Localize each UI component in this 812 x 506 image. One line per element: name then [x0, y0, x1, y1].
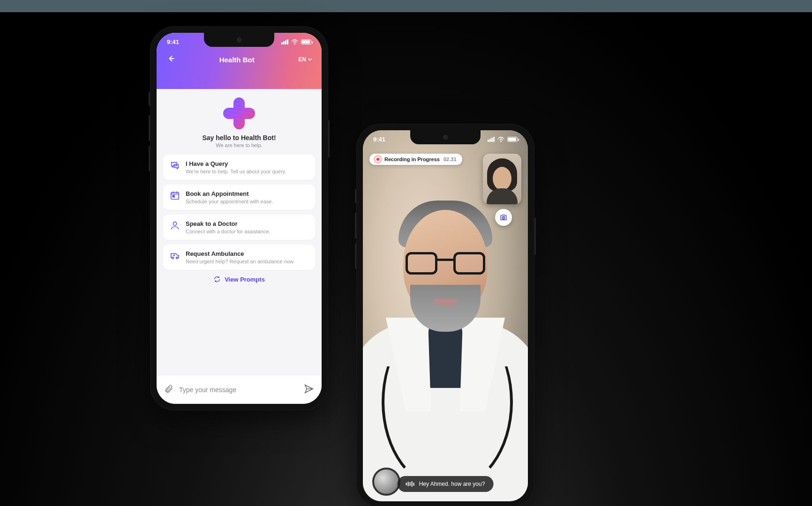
person-icon	[170, 220, 180, 231]
phone-mute-switch	[355, 189, 356, 203]
prompt-cards: I Have a Query We're here to help. Tell …	[157, 155, 322, 270]
wifi-icon	[497, 137, 504, 142]
recording-time: 02.31	[444, 156, 457, 162]
card-subtitle: Schedule your appointment with ease.	[186, 199, 308, 204]
recording-label: Recording in Progress	[384, 156, 440, 162]
switch-camera-button[interactable]	[495, 209, 512, 226]
status-time: 9:41	[373, 136, 385, 143]
phone-volume-up	[149, 115, 150, 141]
card-title: Book an Appointment	[186, 190, 308, 197]
card-subtitle: Need urgent help? Request an ambulance n…	[186, 259, 308, 264]
view-prompts-label: View Prompts	[225, 276, 265, 283]
calendar-icon	[170, 190, 180, 201]
wifi-icon	[291, 39, 298, 45]
phone-videocall: 9:41 Recording in Progress 02.31 Hey Ahm…	[356, 124, 534, 506]
health-plus-icon	[223, 97, 255, 129]
camera-icon	[499, 213, 508, 222]
status-icons	[281, 39, 311, 45]
phone-volume-down	[149, 146, 150, 171]
attachment-button[interactable]	[164, 384, 173, 395]
phone-mute-switch	[149, 92, 150, 106]
chevron-down-icon	[308, 57, 312, 62]
card-subtitle: We're here to help. Tell us about your q…	[186, 169, 308, 174]
card-appointment[interactable]: Book an Appointment Schedule your appoin…	[163, 185, 315, 210]
card-query[interactable]: I Have a Query We're here to help. Tell …	[163, 155, 315, 180]
audio-wave-icon	[406, 481, 414, 487]
back-button[interactable]	[166, 54, 175, 65]
view-prompts-button[interactable]: View Prompts	[157, 275, 322, 283]
language-selector[interactable]: EN	[298, 56, 312, 63]
status-bar: 9:41	[373, 136, 518, 143]
page-title: Health Bot	[219, 56, 255, 64]
page-top-bar	[0, 0, 812, 12]
self-video	[483, 154, 521, 204]
body: Say hello to Health Bot! We are here to …	[157, 89, 322, 375]
message-input[interactable]	[179, 386, 298, 394]
battery-icon	[507, 137, 518, 142]
record-icon	[375, 156, 381, 162]
svg-point-2	[173, 222, 176, 225]
card-title: Speak to a Doctor	[186, 220, 308, 227]
card-doctor[interactable]: Speak to a Doctor Connect with a doctor …	[163, 215, 315, 240]
status-time: 9:41	[167, 38, 179, 45]
hero-title: Say hello to Health Bot!	[166, 134, 312, 141]
self-video-pip[interactable]	[483, 154, 521, 204]
status-icons	[488, 136, 518, 143]
phone-healthbot: 9:41 Health Bot EN	[150, 26, 328, 410]
battery-icon	[301, 39, 311, 45]
ambulance-icon	[170, 250, 180, 260]
paperclip-icon	[164, 384, 173, 394]
chat-icon	[170, 160, 180, 171]
refresh-icon	[213, 275, 221, 283]
svg-point-4	[176, 257, 178, 259]
message-input-bar	[157, 375, 322, 404]
card-title: Request Ambulance	[186, 250, 308, 257]
caption-text: Hey Ahmed. how are you?	[419, 481, 485, 487]
phone-power-button	[534, 217, 536, 255]
card-title: I Have a Query	[186, 160, 308, 167]
signal-icon	[281, 39, 288, 45]
caption-bubble: Hey Ahmed. how are you?	[398, 476, 494, 492]
phone-volume-up	[355, 213, 356, 238]
phone-volume-down	[355, 243, 356, 269]
svg-rect-1	[173, 195, 174, 197]
phone-notch	[204, 33, 274, 47]
card-ambulance[interactable]: Request Ambulance Need urgent help? Requ…	[163, 245, 315, 270]
svg-rect-0	[171, 193, 179, 200]
hero: Say hello to Health Bot! We are here to …	[157, 89, 322, 155]
signal-icon	[488, 137, 495, 142]
send-icon	[304, 384, 314, 394]
card-subtitle: Connect with a doctor for assistance.	[186, 229, 308, 234]
language-label: EN	[298, 56, 306, 63]
send-button[interactable]	[304, 384, 314, 396]
svg-point-3	[172, 257, 174, 259]
hero-subtitle: We are here to help.	[166, 142, 312, 148]
svg-point-5	[503, 217, 504, 218]
phone-power-button	[328, 120, 330, 157]
recording-indicator: Recording in Progress 02.31	[369, 154, 462, 165]
